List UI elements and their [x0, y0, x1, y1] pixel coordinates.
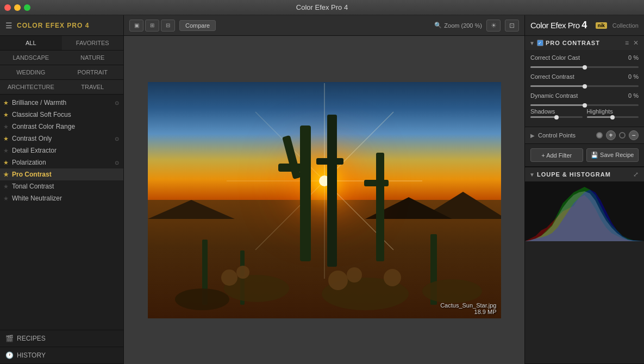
image-area: ▣ ⊞ ⊟ Compare 🔍 Zoom (200 %) ☀ ⊡ [124, 15, 524, 364]
svg-point-28 [347, 267, 362, 283]
expand-icon[interactable]: ⤢ [632, 171, 640, 178]
sidebar-title: COLOR EFEX PRO 4 [17, 22, 89, 29]
slider-thumb[interactable] [583, 103, 587, 108]
toolbar: ▣ ⊞ ⊟ Compare 🔍 Zoom (200 %) ☀ ⊡ [124, 15, 524, 36]
filter-name: Detail Extractor [12, 147, 119, 154]
control-points-row: ▶ Control Points + − [525, 127, 644, 144]
control-label: Dynamic Contrast [530, 92, 621, 99]
filter-item-detail[interactable]: ★ Detail Extractor [0, 145, 123, 156]
split-view-button[interactable]: ⊞ [145, 20, 159, 32]
filter-name: Contrast Only [12, 135, 115, 142]
minimize-button[interactable] [14, 4, 21, 11]
star-icon: ★ [3, 171, 9, 178]
svg-rect-15 [316, 158, 343, 165]
layout-icon[interactable]: ⊡ [505, 20, 519, 32]
section-checkbox[interactable]: ✓ [537, 40, 543, 46]
histogram-container [525, 181, 644, 241]
control-value: 0 % [621, 73, 639, 80]
slider-colorcast[interactable] [530, 66, 639, 68]
app-logo: Color Efex Pro 4 [530, 20, 592, 31]
section-icons: ≡ ✕ [624, 39, 640, 47]
section-title: PRO CONTRAST [546, 40, 622, 46]
sidebar-bottom: 🎬 RECIPES 🕐 HISTORY [0, 330, 123, 364]
compare-button[interactable]: Compare [179, 20, 216, 31]
star-icon: ★ [3, 183, 9, 190]
star-icon: ★ [3, 135, 9, 142]
star-icon: ★ [3, 99, 9, 106]
single-view-button[interactable]: ▣ [129, 20, 143, 32]
edit-icon[interactable]: ≡ [624, 39, 630, 47]
save-recipe-button[interactable]: 💾 Save Recipe [586, 148, 639, 162]
slider-thumb[interactable] [610, 115, 615, 120]
shadows-label: Shadows [530, 108, 583, 115]
histogram-svg [525, 181, 644, 241]
slider-dynamic[interactable] [530, 104, 639, 106]
photo-container: Cactus_Sun_Star.jpg 18.9 MP [148, 82, 501, 318]
tab-wedding[interactable]: WEDDING [0, 65, 62, 79]
shadows-highlights: Shadows Highlights [530, 108, 639, 118]
filesize: 18.9 MP [440, 309, 496, 315]
dual-view-button[interactable]: ⊟ [161, 20, 175, 32]
cacti-layer [148, 82, 501, 318]
tab-all[interactable]: ALL [0, 36, 62, 50]
category-tabs-row4: ARCHITECTURE TRAVEL [0, 80, 123, 95]
slider-thumb[interactable] [554, 115, 559, 120]
app-body: ☰ COLOR EFEX PRO 4 ALL FAVORITES LANDSCA… [0, 15, 644, 364]
slider-contrast[interactable] [530, 85, 639, 87]
filter-name: Classical Soft Focus [12, 111, 119, 118]
filter-item-polarization[interactable]: ★ Polarization ⊙ [0, 156, 123, 168]
slider-thumb[interactable] [583, 65, 587, 70]
zoom-indicator: 🔍 Zoom (200 %) [434, 22, 482, 29]
action-buttons: + Add Filter 💾 Save Recipe [525, 144, 644, 167]
add-filter-button[interactable]: + Add Filter [530, 148, 583, 162]
star-icon: ★ [3, 147, 9, 154]
svg-rect-13 [282, 135, 301, 179]
slider-thumb[interactable] [583, 84, 587, 89]
sun-icon[interactable]: ☀ [486, 20, 501, 32]
maximize-button[interactable] [24, 4, 30, 11]
svg-rect-11 [300, 125, 311, 261]
star-icon: ★ [3, 111, 9, 118]
highlights-slider[interactable] [587, 116, 639, 118]
star-icon: ★ [3, 159, 9, 166]
close-button[interactable] [4, 4, 11, 11]
filter-list: ★ Brilliance / Warmth ⊙ ★ Classical Soft… [0, 95, 123, 330]
filter-item-brilliance[interactable]: ★ Brilliance / Warmth ⊙ [0, 97, 123, 109]
tab-favorites[interactable]: FAVORITES [62, 36, 124, 50]
svg-point-25 [221, 269, 237, 286]
filter-name: Pro Contrast [12, 171, 119, 178]
control-point-dot-empty [619, 132, 626, 139]
recipes-icon: 🎬 [5, 335, 14, 342]
shadows-group: Shadows [530, 108, 583, 118]
title-bar: Color Efex Pro 4 [0, 0, 644, 15]
loupe-header[interactable]: ▼ LOUPE & HISTOGRAM ⤢ [525, 167, 644, 181]
tab-architecture[interactable]: ARCHITECTURE [0, 80, 62, 94]
magnifier-icon: 🔍 [434, 22, 442, 29]
filter-item-tonal[interactable]: ★ Tonal Contrast [0, 180, 123, 192]
right-panel: Color Efex Pro 4 nik Collection ▼ ✓ PRO … [524, 15, 644, 364]
window-title: Color Efex Pro 4 [296, 3, 348, 11]
filter-item-white[interactable]: ★ White Neutralizer [0, 192, 123, 204]
recipes-item[interactable]: 🎬 RECIPES [0, 330, 123, 347]
loupe-section: ▼ LOUPE & HISTOGRAM ⤢ [525, 167, 644, 364]
filter-item-contrast-color[interactable]: ★ Contrast Color Range [0, 121, 123, 133]
control-row-contrast: Correct Contrast 0 % [530, 73, 639, 80]
filter-controls: Correct Color Cast 0 % Correct Contrast … [525, 50, 644, 127]
highlights-group: Highlights [587, 108, 639, 118]
tab-travel[interactable]: TRAVEL [62, 80, 124, 94]
logo-version: 4 [582, 20, 587, 30]
control-value: 0 % [621, 54, 639, 61]
history-item[interactable]: 🕐 HISTORY [0, 347, 123, 364]
filter-item-pro-contrast[interactable]: ★ Pro Contrast [0, 168, 123, 180]
remove-control-point-button[interactable]: − [629, 130, 639, 140]
close-icon[interactable]: ✕ [632, 39, 640, 47]
filter-item-classical[interactable]: ★ Classical Soft Focus [0, 109, 123, 121]
section-header[interactable]: ▼ ✓ PRO CONTRAST ≡ ✕ [525, 36, 644, 50]
add-control-point-button[interactable]: + [606, 130, 616, 140]
shadows-slider[interactable] [530, 116, 583, 118]
tab-portrait[interactable]: PORTRAIT [62, 65, 124, 79]
tab-landscape[interactable]: LANDSCAPE [0, 51, 62, 65]
filter-name: Contrast Color Range [12, 123, 119, 130]
tab-nature[interactable]: NATURE [62, 51, 124, 65]
filter-item-contrast-only[interactable]: ★ Contrast Only ⊙ [0, 133, 123, 145]
